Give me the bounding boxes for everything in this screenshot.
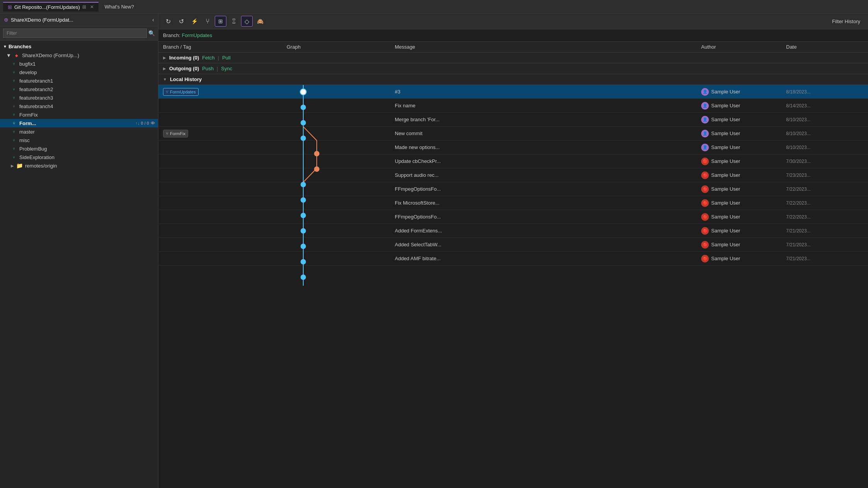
branch-icon-green: ⑂ <box>11 95 17 101</box>
branch-icon-red: ◆ <box>14 52 20 58</box>
author-cell: 👤 Sample User <box>701 130 786 137</box>
filter-input[interactable] <box>3 29 147 38</box>
table-row[interactable]: Added AMF bitrate... 🔴 Sample User 7/21/… <box>158 252 868 266</box>
graph-cell <box>287 156 395 166</box>
local-history-section[interactable]: ▼ Local History <box>158 74 868 85</box>
table-row[interactable]: Added FormExtens... 🔴 Sample User 7/21/2… <box>158 224 868 238</box>
graph-cell <box>287 184 395 194</box>
message-cell: #3 <box>395 89 701 95</box>
graph-cell <box>287 253 395 264</box>
date-cell: 8/10/2023... <box>786 131 863 136</box>
date-cell: 7/30/2023... <box>786 159 863 164</box>
pin-icon[interactable]: ⊞ <box>82 4 86 10</box>
eye-off-button[interactable]: 🙈 <box>254 16 266 27</box>
fetch-button[interactable]: Fetch <box>202 55 215 61</box>
date-cell: 7/23/2023... <box>786 173 863 178</box>
graph-cell <box>287 170 395 180</box>
sync-button[interactable]: Sync <box>221 66 232 71</box>
undo-button[interactable]: ↺ <box>175 16 187 27</box>
message-cell: Fix MicrosoftStore... <box>395 200 701 206</box>
avatar: 👤 <box>701 144 709 151</box>
remotes-arrow-icon: ▶ <box>11 164 14 168</box>
commits-graph-area: ⑂ FormUpdates #3 👤 Sample User 8/18/2023… <box>158 85 868 266</box>
sidebar-item-formfix[interactable]: ⑂ FormFix <box>0 110 158 119</box>
header-author: Author <box>701 44 786 50</box>
table-row[interactable]: Merge branch 'For... 👤 Sample User 8/10/… <box>158 113 868 127</box>
history-table-header: Branch / Tag Graph Message Author Date <box>158 42 868 53</box>
header-date: Date <box>786 44 863 50</box>
table-row[interactable]: Added SelectTabW... 🔴 Sample User 7/21/2… <box>158 238 868 252</box>
filter-search-button[interactable]: 🔍 <box>148 30 155 36</box>
sidebar-item-featurebranch1[interactable]: ⑂ featurebranch1 <box>0 76 158 85</box>
header-branch-tag: Branch / Tag <box>163 44 287 50</box>
sidebar-item-sharexdemo[interactable]: ▼ ◆ ShareXDemo (FormUp...) <box>0 51 158 59</box>
author-cell: 🔴 Sample User <box>701 255 786 263</box>
table-row[interactable]: Fix MicrosoftStore... 🔴 Sample User 7/22… <box>158 196 868 210</box>
author-cell: 🔴 Sample User <box>701 171 786 179</box>
incoming-arrow-icon: ▶ <box>163 56 166 60</box>
tag-button[interactable]: ◇ <box>241 16 253 27</box>
table-row[interactable]: Fix name 👤 Sample User 8/14/2023... <box>158 99 868 113</box>
title-bar: ⊞ Git Reposito...(FormUpdates) ⊞ ✕ What'… <box>0 0 868 14</box>
whats-new-tab[interactable]: What's New? <box>99 2 140 11</box>
sidebar-item-bugfix1[interactable]: ⑂ bugfix1 <box>0 59 158 68</box>
message-cell: Added AMF bitrate... <box>395 256 701 261</box>
table-row[interactable]: Made new options... 👤 Sample User 8/10/2… <box>158 141 868 154</box>
header-message: Message <box>395 44 701 50</box>
sidebar-item-master[interactable]: ⑂ master <box>0 127 158 136</box>
sidebar-item-form-active[interactable]: ⑂ Form... ↑↓ 0 / 0 👁 <box>0 119 158 127</box>
stash-button[interactable]: ⚡ <box>189 16 200 27</box>
branch-icon-green: ⑂ <box>11 69 17 75</box>
graph-cell <box>287 239 395 250</box>
message-cell: FFmpegOptionsFo... <box>395 186 701 192</box>
graph-cell <box>287 86 395 97</box>
message-cell: Made new options... <box>395 144 701 150</box>
local-history-label: Local History <box>170 76 202 82</box>
branch-button[interactable]: ⑂ <box>202 16 213 27</box>
sidebar-header: ⊕ ShareXDemo (FormUpdat... ‹ <box>0 14 158 26</box>
sidebar-item-featurebranch3[interactable]: ⑂ featurebranch3 <box>0 93 158 102</box>
sidebar-item-develop[interactable]: ⑂ develop <box>0 68 158 76</box>
branch-icon-green: ⑂ <box>11 137 17 143</box>
collapse-sidebar-button[interactable]: ‹ <box>152 17 154 23</box>
tab-close-button[interactable]: ✕ <box>90 4 94 10</box>
date-cell: 7/22/2023... <box>786 200 863 206</box>
table-row[interactable]: FFmpegOptionsFo... 🔴 Sample User 7/22/20… <box>158 182 868 196</box>
git-tab-icon: ⊞ <box>8 4 12 10</box>
filter-history-button[interactable]: Filter History <box>828 17 864 26</box>
table-row[interactable]: FFmpegOptionsFo... 🔴 Sample User 7/22/20… <box>158 210 868 224</box>
branch-icon-green: ⑂ <box>11 86 17 92</box>
commit-graph-button[interactable]: ⊞ <box>215 16 226 27</box>
message-cell: FFmpegOptionsFo... <box>395 214 701 220</box>
push-button[interactable]: Push <box>202 66 214 71</box>
git-repository-tab[interactable]: ⊞ Git Reposito...(FormUpdates) ⊞ ✕ <box>3 2 99 12</box>
table-row[interactable]: Support audio rec... 🔴 Sample User 7/23/… <box>158 168 868 182</box>
refresh-button[interactable]: ↻ <box>162 16 174 27</box>
merge-button[interactable]: ⑄ <box>228 16 240 27</box>
date-cell: 8/18/2023... <box>786 89 863 95</box>
avatar: 👤 <box>701 116 709 124</box>
sidebar-item-featurebranch4[interactable]: ⑂ featurebranch4 <box>0 102 158 110</box>
pull-button[interactable]: Pull <box>222 55 231 61</box>
avatar: 👤 <box>701 130 709 137</box>
sidebar-item-sideexploration[interactable]: ⑂ SideExploration <box>0 153 158 161</box>
sidebar-item-problembug[interactable]: ⑂ ProblemBug <box>0 144 158 153</box>
outgoing-label: Outgoing (0) <box>169 66 199 71</box>
sidebar-item-misc[interactable]: ⑂ misc <box>0 136 158 144</box>
branch-badge-icon: ⑂ <box>166 131 168 136</box>
graph-cell <box>287 128 395 139</box>
avatar: 👤 <box>701 88 709 96</box>
table-row[interactable]: Update cbCheckPr... 🔴 Sample User 7/30/2… <box>158 154 868 168</box>
table-row[interactable]: ⑂ FormFix New commit 👤 Sample User 8/10/… <box>158 127 868 141</box>
branch-badge-formfix: ⑂ FormFix <box>163 130 188 137</box>
sidebar-item-remotes[interactable]: ▶ 📁 remotes/origin <box>0 161 158 170</box>
avatar: 🔴 <box>701 241 709 249</box>
branches-section-header[interactable]: ▼ Branches <box>0 42 158 51</box>
sidebar-item-featurebranch2[interactable]: ⑂ featurebranch2 <box>0 85 158 93</box>
author-cell: 🔴 Sample User <box>701 199 786 207</box>
table-row[interactable]: ⑂ FormUpdates #3 👤 Sample User 8/18/2023… <box>158 85 868 99</box>
avatar: 👤 <box>701 102 709 110</box>
branch-tag-cell: ⑂ FormFix <box>163 130 287 137</box>
incoming-section[interactable]: ▶ Incoming (0) Fetch | Pull <box>158 53 868 63</box>
outgoing-section[interactable]: ▶ Outgoing (0) Push | Sync <box>158 63 868 74</box>
